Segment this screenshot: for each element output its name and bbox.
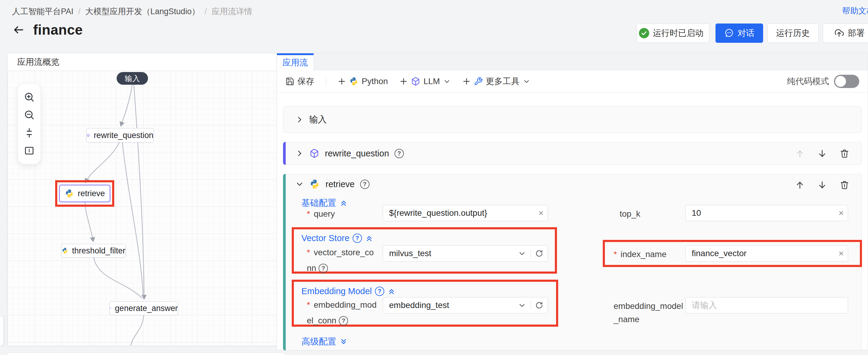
chevron-down-icon [296,180,304,188]
embedding-model-name-input[interactable] [686,300,848,310]
embedding-model-name-label-line2: _name [614,315,640,324]
refresh-connections-button[interactable] [531,301,548,310]
top-k-input[interactable] [686,208,835,218]
delete-button[interactable] [838,147,851,160]
embedding-conn-label-line2: el_conn [307,316,348,325]
next-panel-edge [7,353,284,355]
chat-button[interactable]: 对话 [715,24,763,43]
index-name-input[interactable] [686,249,835,258]
flow-overview-panel: 应用流概览 [7,53,284,346]
clear-icon[interactable] [835,208,848,218]
deploy-button[interactable]: 部署 [823,24,868,43]
query-field[interactable] [383,205,548,221]
flow-node-input[interactable]: 输入 [117,72,148,85]
vector-store-section-toggle[interactable]: Vector Store [301,233,373,243]
section-color-bar-python [283,174,286,351]
fit-view-icon[interactable] [23,126,36,139]
flow-canvas[interactable]: 输入 rewrite_question retrieve threshold_f… [7,71,284,346]
section-input-title: 输入 [309,114,327,126]
help-question-icon[interactable] [352,233,362,243]
move-up-button[interactable] [793,179,807,192]
index-name-field[interactable] [685,245,848,262]
clear-icon[interactable] [835,248,848,259]
flow-node-threshold-filter[interactable]: threshold_filter [61,244,126,258]
advanced-config-label: 高级配置 [301,336,336,348]
double-chevron-up-icon [365,234,373,243]
breadcrumb: 人工智能平台PAI / 大模型应用开发（LangStudio） / 应用流详情 [12,6,252,17]
section-card-input[interactable]: 输入 [283,106,862,133]
flow-overview-title: 应用流概览 [7,53,284,71]
flow-node-rewrite-label: rewrite_question [94,131,153,140]
query-input[interactable] [383,208,534,218]
llm-cube-icon [309,148,319,159]
embedding-conn-select[interactable]: embedding_test [383,297,548,314]
breadcrumb-item-pai[interactable]: 人工智能平台PAI [12,6,73,17]
chevron-down-icon [443,77,451,85]
arrow-left-icon [13,24,25,36]
embedding-title: Embedding Model [301,286,372,296]
add-llm-button[interactable]: LLM [399,76,451,86]
advanced-config-toggle[interactable]: 高级配置 [301,336,348,348]
section-input-header[interactable]: 输入 [283,107,861,133]
move-down-button[interactable] [815,179,829,192]
clear-icon[interactable] [534,208,548,218]
tab-strip: 应用流 [277,53,868,70]
page-title: finance [33,22,83,38]
breadcrumb-item-langstudio[interactable]: 大模型应用开发（LangStudio） [85,6,200,17]
flow-node-retrieve-label: retrieve [78,189,105,198]
flow-node-generate-label: generate_answer [115,304,178,313]
sidebar-collapse-handle[interactable] [0,316,4,346]
workspace-panel: 应用流 保存 Python LLM 更多工具 纯代码模式 [277,53,868,350]
flow-node-input-label: 输入 [125,73,140,84]
vector-store-conn-label-line1: vector_store_co [307,248,374,257]
help-question-icon[interactable] [360,180,370,189]
llm-cube-icon [87,131,90,140]
vector-store-conn-label-line2: nn [307,263,328,273]
chevron-down-icon [518,301,526,310]
move-down-button[interactable] [815,147,829,160]
add-python-button[interactable]: Python [338,76,388,86]
section-retrieve-title: retrieve [326,179,355,189]
help-doc-link[interactable]: 帮助文档 [842,5,868,16]
section-card-rewrite[interactable]: rewrite_question [283,142,862,165]
more-tools-button[interactable]: 更多工具 [462,76,530,87]
delete-button[interactable] [838,179,851,192]
embedding-conn-value: embedding_test [383,300,518,310]
help-question-icon[interactable] [318,264,328,273]
tab-flow[interactable]: 应用流 [277,53,314,70]
basic-config-toggle[interactable]: 基础配置 [301,197,348,209]
flow-node-generate-answer[interactable]: generate_answer [110,301,178,315]
flow-node-rewrite-question[interactable]: rewrite_question [86,128,154,142]
help-question-icon[interactable] [375,287,384,296]
chevron-right-icon [296,149,304,158]
breadcrumb-separator: / [205,7,207,16]
save-label: 保存 [298,76,314,87]
workspace-toolbar: 保存 Python LLM 更多工具 纯代码模式 [277,70,868,93]
minimap-toggle-icon[interactable] [23,144,36,157]
embedding-conn-label-line1: embedding_mod [307,300,377,310]
toggle-knob [835,76,846,87]
pure-code-toggle[interactable] [834,75,859,88]
back-arrow-button[interactable] [12,23,25,36]
chat-label: 对话 [738,27,754,39]
runtime-status-button[interactable]: 运行时已启动 [637,24,710,43]
success-check-icon [639,28,649,38]
embedding-model-name-field[interactable] [685,297,848,314]
run-history-button[interactable]: 运行历史 [767,24,818,43]
flow-node-retrieve[interactable]: retrieve [59,185,110,202]
section-retrieve-header[interactable]: retrieve [283,174,861,194]
help-question-icon[interactable] [339,316,348,325]
zoom-out-icon[interactable] [23,108,36,122]
chevron-right-icon [296,116,304,124]
help-question-icon[interactable] [395,149,404,158]
vector-store-conn-select[interactable]: milvus_test [383,245,548,262]
section-rewrite-title: rewrite_question [325,149,389,159]
plus-icon [338,77,346,86]
embedding-section-toggle[interactable]: Embedding Model [301,286,396,296]
refresh-connections-button[interactable] [531,249,548,258]
zoom-in-icon[interactable] [23,90,36,104]
top-k-field[interactable] [685,205,848,221]
section-rewrite-header[interactable]: rewrite_question [283,142,861,165]
llm-cube-icon [411,76,421,86]
save-button[interactable]: 保存 [285,76,314,87]
